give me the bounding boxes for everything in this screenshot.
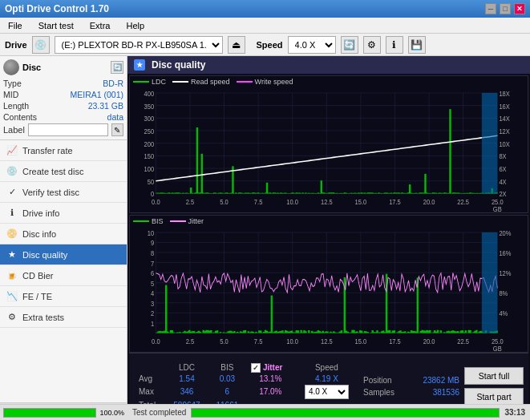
- stats-speed-dropdown[interactable]: 4.0 X Max: [305, 385, 349, 399]
- info-button[interactable]: ℹ: [386, 36, 403, 54]
- start-part-button[interactable]: Start part: [464, 388, 524, 406]
- speed-select[interactable]: 4.0 X Max 8.0 X: [288, 36, 336, 54]
- bis-chart-legend: BIS Jitter: [133, 217, 204, 225]
- svg-text:10.0: 10.0: [286, 197, 298, 206]
- eject-button[interactable]: ⏏: [228, 36, 245, 54]
- status-text: Test completed: [132, 408, 186, 417]
- svg-rect-441: [341, 330, 342, 333]
- svg-text:8: 8: [151, 248, 154, 257]
- sidebar-item-drive-info[interactable]: ℹ Drive info: [0, 203, 127, 224]
- settings-button[interactable]: ⚙: [363, 36, 381, 54]
- svg-text:20.0: 20.0: [423, 337, 435, 345]
- sidebar-item-create-test-disc[interactable]: 💿 Create test disc: [0, 161, 127, 182]
- stats-avg-ldc: 1.54: [165, 374, 208, 384]
- svg-rect-524: [469, 330, 471, 333]
- svg-text:2.5: 2.5: [186, 197, 195, 206]
- sidebar-item-fe-te[interactable]: 📉 FE / TE: [0, 286, 127, 307]
- menu-extra[interactable]: Extra: [85, 19, 115, 32]
- maximize-button[interactable]: □: [500, 3, 511, 14]
- menu-start-test[interactable]: Start test: [34, 19, 79, 32]
- ldc-chart-legend: LDC Read speed Write speed: [133, 78, 293, 86]
- cd-bier-icon: 🍺: [6, 270, 18, 281]
- disc-contents-label: Contents: [3, 112, 37, 122]
- svg-text:0.0: 0.0: [152, 337, 160, 345]
- stats-speed-dropdown-cell: 4.0 X Max: [295, 384, 358, 400]
- transfer-rate-icon: 📈: [6, 145, 18, 156]
- ldc-legend-color: [133, 81, 149, 83]
- bis-chart-svg: 1098765432120%16%12%8%4%0.02.55.07.510.0…: [130, 216, 528, 352]
- svg-rect-458: [367, 332, 369, 333]
- svg-rect-157: [321, 180, 322, 193]
- save-button[interactable]: 💾: [408, 36, 426, 54]
- svg-text:10.0: 10.0: [286, 337, 298, 345]
- sidebar-item-verify-test-disc[interactable]: ✓ Verify test disc: [0, 182, 127, 203]
- sidebar-item-disc-info[interactable]: 📀 Disc info: [0, 224, 127, 244]
- menu-help[interactable]: Help: [121, 19, 149, 32]
- svg-rect-432: [326, 332, 328, 333]
- disc-panel: Disc 🔄 Type BD-R MID MEIRA1 (001) Length…: [0, 56, 127, 140]
- drive-bar: Drive 💿 (E:) PLEXTOR BD-R PX-LB950SA 1.0…: [0, 34, 530, 56]
- sidebar-item-cd-bier[interactable]: 🍺 CD Bier: [0, 265, 127, 286]
- bottom-status-bar: Test completed 33:13: [127, 404, 530, 420]
- write-speed-legend-label: Write speed: [255, 78, 293, 86]
- svg-text:18X: 18X: [499, 89, 510, 98]
- svg-rect-503: [437, 330, 439, 333]
- svg-text:GB: GB: [493, 344, 502, 352]
- position-samples: Position 23862 MB Samples 381536: [363, 376, 459, 397]
- svg-text:22.5: 22.5: [457, 197, 469, 206]
- svg-text:17.5: 17.5: [389, 197, 401, 206]
- sidebar-item-extra-tests[interactable]: ⚙ Extra tests: [0, 307, 127, 328]
- svg-rect-224: [424, 174, 426, 194]
- svg-text:150: 150: [144, 152, 155, 161]
- bis-legend-label: BIS: [152, 217, 164, 225]
- svg-rect-271: [482, 93, 497, 194]
- menu-file[interactable]: File: [3, 19, 27, 32]
- disc-label-input[interactable]: [28, 123, 108, 136]
- svg-text:3: 3: [151, 299, 154, 308]
- progress-bar-outer: [191, 408, 500, 418]
- svg-text:350: 350: [144, 102, 155, 111]
- drive-select[interactable]: (E:) PLEXTOR BD-R PX-LB950SA 1.06: [55, 36, 223, 54]
- disc-type-value: BD-R: [103, 79, 123, 88]
- svg-text:7.5: 7.5: [254, 197, 263, 206]
- start-full-button[interactable]: Start full: [464, 367, 524, 385]
- svg-text:0.0: 0.0: [152, 197, 160, 206]
- stats-max-bis: 6: [208, 384, 246, 400]
- content-icon: ★: [134, 59, 145, 71]
- ldc-legend-label: LDC: [152, 78, 166, 86]
- svg-text:17.5: 17.5: [389, 337, 401, 345]
- position-label: Position: [363, 376, 392, 385]
- svg-text:8%: 8%: [499, 289, 508, 297]
- svg-text:20%: 20%: [499, 228, 512, 237]
- refresh-button[interactable]: 🔄: [341, 36, 358, 54]
- stats-header-jitter-check[interactable]: ✓ Jitter: [246, 362, 295, 374]
- sidebar-item-transfer-rate[interactable]: 📈 Transfer rate: [0, 140, 127, 161]
- sidebar-label-cd-bier: CD Bier: [22, 271, 54, 281]
- sidebar-item-disc-quality[interactable]: ★ Disc quality: [0, 244, 127, 265]
- svg-text:5.0: 5.0: [220, 337, 229, 345]
- create-test-disc-icon: 💿: [6, 166, 18, 177]
- svg-rect-122: [266, 183, 268, 194]
- stats-avg-label: Avg: [134, 374, 165, 384]
- content-header: ★ Disc quality: [127, 56, 530, 74]
- write-speed-legend-color: [237, 81, 253, 83]
- status-time: 33:13: [504, 408, 525, 417]
- minimize-button[interactable]: ─: [485, 3, 496, 14]
- disc-refresh[interactable]: 🔄: [111, 61, 123, 74]
- svg-rect-521: [465, 330, 467, 333]
- disc-label-label: Label: [3, 125, 25, 135]
- close-button[interactable]: ✕: [514, 3, 525, 14]
- read-speed-legend-color: [172, 81, 188, 83]
- bis-legend-color: [133, 220, 149, 222]
- window-controls: ─ □ ✕: [485, 3, 525, 14]
- drive-label: Drive: [5, 40, 27, 50]
- drive-info-icon: ℹ: [6, 208, 18, 219]
- jitter-checkbox[interactable]: ✓: [251, 363, 261, 373]
- main-layout: Disc 🔄 Type BD-R MID MEIRA1 (001) Length…: [0, 56, 530, 420]
- svg-text:6X: 6X: [499, 164, 507, 173]
- samples-value: 381536: [433, 388, 459, 397]
- svg-rect-73: [190, 188, 192, 193]
- disc-label-edit-btn[interactable]: ✎: [111, 123, 123, 136]
- svg-text:12X: 12X: [499, 127, 510, 135]
- svg-text:5: 5: [151, 279, 154, 288]
